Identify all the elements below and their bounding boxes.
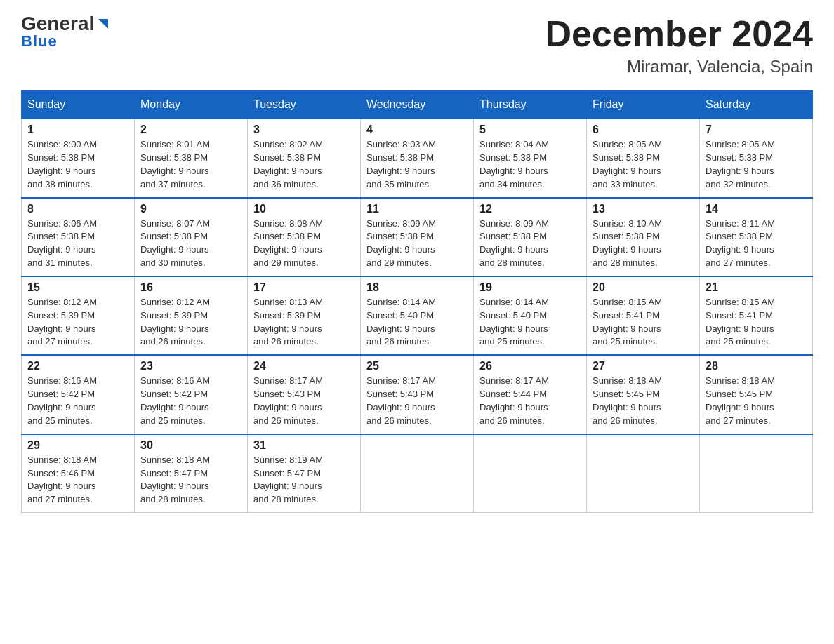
calendar-cell: 18 Sunrise: 8:14 AMSunset: 5:40 PMDaylig… [361,276,474,355]
day-number: 30 [140,439,241,452]
day-number: 19 [479,281,581,294]
day-number: 22 [27,360,128,373]
calendar-cell: 30 Sunrise: 8:18 AMSunset: 5:47 PMDaylig… [135,434,248,513]
page-header: General Blue December 2024 Miramar, Vale… [21,14,813,76]
day-info: Sunrise: 8:15 AMSunset: 5:41 PMDaylight:… [593,297,662,347]
calendar-cell: 2 Sunrise: 8:01 AMSunset: 5:38 PMDayligh… [135,119,248,197]
day-info: Sunrise: 8:10 AMSunset: 5:38 PMDaylight:… [593,218,662,269]
day-number: 12 [479,203,581,215]
logo: General Blue [21,14,111,51]
col-friday: Friday [587,91,700,119]
calendar-cell: 1 Sunrise: 8:00 AMSunset: 5:38 PMDayligh… [22,119,135,197]
col-tuesday: Tuesday [248,91,361,119]
day-info: Sunrise: 8:12 AMSunset: 5:39 PMDaylight:… [27,297,97,347]
title-block: December 2024 Miramar, Valencia, Spain [545,14,813,76]
day-info: Sunrise: 8:09 AMSunset: 5:38 PMDaylight:… [479,218,549,269]
day-info: Sunrise: 8:18 AMSunset: 5:46 PMDaylight:… [27,455,97,505]
calendar-cell [587,434,700,513]
day-number: 29 [27,439,128,452]
header-row: Sunday Monday Tuesday Wednesday Thursday… [22,91,813,119]
day-number: 13 [593,203,694,215]
calendar-cell: 16 Sunrise: 8:12 AMSunset: 5:39 PMDaylig… [135,276,248,355]
day-number: 6 [593,123,694,136]
calendar-table: Sunday Monday Tuesday Wednesday Thursday… [21,90,813,513]
day-number: 14 [706,203,807,215]
calendar-body: 1 Sunrise: 8:00 AMSunset: 5:38 PMDayligh… [22,119,813,512]
calendar-cell: 6 Sunrise: 8:05 AMSunset: 5:38 PMDayligh… [587,119,700,197]
logo-general-text: General [21,14,94,34]
day-info: Sunrise: 8:06 AMSunset: 5:38 PMDaylight:… [27,218,97,269]
day-number: 9 [140,203,241,215]
calendar-header: Sunday Monday Tuesday Wednesday Thursday… [22,91,813,119]
calendar-week-row: 8 Sunrise: 8:06 AMSunset: 5:38 PMDayligh… [22,198,813,276]
day-info: Sunrise: 8:09 AMSunset: 5:38 PMDaylight:… [366,218,436,269]
svg-marker-0 [98,19,108,29]
day-info: Sunrise: 8:14 AMSunset: 5:40 PMDaylight:… [366,297,436,347]
day-number: 15 [27,281,128,294]
day-number: 17 [253,281,355,294]
calendar-cell: 15 Sunrise: 8:12 AMSunset: 5:39 PMDaylig… [22,276,135,355]
calendar-cell: 26 Sunrise: 8:17 AMSunset: 5:44 PMDaylig… [474,355,587,434]
day-number: 11 [366,203,468,215]
day-info: Sunrise: 8:18 AMSunset: 5:47 PMDaylight:… [140,455,210,505]
logo-triangle-icon [95,16,111,32]
location-subtitle: Miramar, Valencia, Spain [545,57,813,76]
day-info: Sunrise: 8:17 AMSunset: 5:43 PMDaylight:… [253,375,323,426]
calendar-week-row: 29 Sunrise: 8:18 AMSunset: 5:46 PMDaylig… [22,434,813,513]
day-number: 25 [366,360,468,373]
day-info: Sunrise: 8:17 AMSunset: 5:43 PMDaylight:… [366,375,436,426]
day-info: Sunrise: 8:14 AMSunset: 5:40 PMDaylight:… [479,297,549,347]
day-number: 2 [140,123,241,136]
day-info: Sunrise: 8:15 AMSunset: 5:41 PMDaylight:… [706,297,775,347]
col-saturday: Saturday [700,91,813,119]
calendar-cell [474,434,587,513]
calendar-cell: 12 Sunrise: 8:09 AMSunset: 5:38 PMDaylig… [474,198,587,276]
day-info: Sunrise: 8:04 AMSunset: 5:38 PMDaylight:… [479,139,549,189]
calendar-week-row: 1 Sunrise: 8:00 AMSunset: 5:38 PMDayligh… [22,119,813,197]
calendar-cell: 5 Sunrise: 8:04 AMSunset: 5:38 PMDayligh… [474,119,587,197]
calendar-cell: 10 Sunrise: 8:08 AMSunset: 5:38 PMDaylig… [248,198,361,276]
col-thursday: Thursday [474,91,587,119]
calendar-cell: 22 Sunrise: 8:16 AMSunset: 5:42 PMDaylig… [22,355,135,434]
calendar-cell: 9 Sunrise: 8:07 AMSunset: 5:38 PMDayligh… [135,198,248,276]
day-number: 26 [479,360,581,373]
calendar-cell: 8 Sunrise: 8:06 AMSunset: 5:38 PMDayligh… [22,198,135,276]
calendar-cell: 27 Sunrise: 8:18 AMSunset: 5:45 PMDaylig… [587,355,700,434]
day-info: Sunrise: 8:16 AMSunset: 5:42 PMDaylight:… [140,375,210,426]
day-info: Sunrise: 8:12 AMSunset: 5:39 PMDaylight:… [140,297,210,347]
calendar-cell: 7 Sunrise: 8:05 AMSunset: 5:38 PMDayligh… [700,119,813,197]
calendar-cell: 20 Sunrise: 8:15 AMSunset: 5:41 PMDaylig… [587,276,700,355]
day-info: Sunrise: 8:16 AMSunset: 5:42 PMDaylight:… [27,375,97,426]
day-info: Sunrise: 8:17 AMSunset: 5:44 PMDaylight:… [479,375,549,426]
calendar-cell: 14 Sunrise: 8:11 AMSunset: 5:38 PMDaylig… [700,198,813,276]
calendar-week-row: 15 Sunrise: 8:12 AMSunset: 5:39 PMDaylig… [22,276,813,355]
day-info: Sunrise: 8:05 AMSunset: 5:38 PMDaylight:… [593,139,662,189]
day-number: 28 [706,360,807,373]
day-number: 20 [593,281,694,294]
col-sunday: Sunday [22,91,135,119]
calendar-cell: 17 Sunrise: 8:13 AMSunset: 5:39 PMDaylig… [248,276,361,355]
day-number: 27 [593,360,694,373]
day-info: Sunrise: 8:11 AMSunset: 5:38 PMDaylight:… [706,218,775,269]
day-number: 4 [366,123,468,136]
month-year-title: December 2024 [545,14,813,54]
day-info: Sunrise: 8:03 AMSunset: 5:38 PMDaylight:… [366,139,436,189]
calendar-cell: 21 Sunrise: 8:15 AMSunset: 5:41 PMDaylig… [700,276,813,355]
day-info: Sunrise: 8:01 AMSunset: 5:38 PMDaylight:… [140,139,210,189]
day-number: 10 [253,203,355,215]
day-info: Sunrise: 8:18 AMSunset: 5:45 PMDaylight:… [706,375,775,426]
calendar-week-row: 22 Sunrise: 8:16 AMSunset: 5:42 PMDaylig… [22,355,813,434]
day-number: 3 [253,123,355,136]
logo-blue-text: Blue [21,32,58,51]
day-number: 1 [27,123,128,136]
day-number: 8 [27,203,128,215]
day-number: 5 [479,123,581,136]
day-info: Sunrise: 8:19 AMSunset: 5:47 PMDaylight:… [253,455,323,505]
day-number: 31 [253,439,355,452]
day-info: Sunrise: 8:05 AMSunset: 5:38 PMDaylight:… [706,139,775,189]
calendar-cell: 24 Sunrise: 8:17 AMSunset: 5:43 PMDaylig… [248,355,361,434]
calendar-cell: 31 Sunrise: 8:19 AMSunset: 5:47 PMDaylig… [248,434,361,513]
day-number: 21 [706,281,807,294]
calendar-cell: 4 Sunrise: 8:03 AMSunset: 5:38 PMDayligh… [361,119,474,197]
day-info: Sunrise: 8:07 AMSunset: 5:38 PMDaylight:… [140,218,210,269]
